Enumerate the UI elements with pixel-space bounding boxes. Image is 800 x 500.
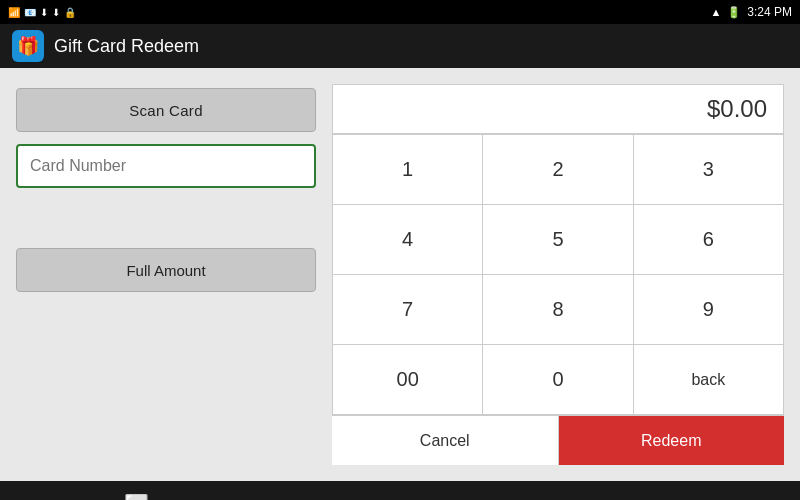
status-icons: 📶 📧 ⬇ ⬇ 🔒 xyxy=(8,7,76,18)
key-7[interactable]: 7 xyxy=(333,275,483,345)
right-panel: $0.00 1 2 3 4 5 6 7 8 9 00 0 back Cancel… xyxy=(332,84,784,465)
home-icon: ⌂ xyxy=(398,494,410,501)
back-nav-icon: ↩ xyxy=(659,493,676,500)
app-icon: 🎁 xyxy=(12,30,44,62)
bottom-nav: ⬜ ⌂ ↩ xyxy=(0,481,800,500)
title-bar: 🎁 Gift Card Redeem xyxy=(0,24,800,68)
wifi-icon: ▲ xyxy=(710,6,721,18)
action-row: Cancel Redeem xyxy=(332,415,784,465)
time-display: 3:24 PM xyxy=(747,5,792,19)
key-back[interactable]: back xyxy=(634,345,784,415)
card-number-input[interactable] xyxy=(16,144,316,188)
full-amount-button[interactable]: Full Amount xyxy=(16,248,316,292)
recent-apps-button[interactable]: ⬜ xyxy=(100,485,173,500)
key-0[interactable]: 0 xyxy=(483,345,633,415)
left-panel: Scan Card Full Amount xyxy=(16,84,316,465)
key-00[interactable]: 00 xyxy=(333,345,483,415)
key-6[interactable]: 6 xyxy=(634,205,784,275)
key-8[interactable]: 8 xyxy=(483,275,633,345)
battery-icon: 🔋 xyxy=(727,6,741,19)
key-2[interactable]: 2 xyxy=(483,135,633,205)
key-3[interactable]: 3 xyxy=(634,135,784,205)
amount-display: $0.00 xyxy=(332,84,784,134)
recent-apps-icon: ⬜ xyxy=(124,493,149,500)
status-bar: 📶 📧 ⬇ ⬇ 🔒 ▲ 🔋 3:24 PM xyxy=(0,0,800,24)
main-content: Scan Card Full Amount $0.00 1 2 3 4 5 6 … xyxy=(0,68,800,481)
back-button[interactable]: ↩ xyxy=(635,485,700,500)
amount-value: $0.00 xyxy=(707,95,767,123)
key-9[interactable]: 9 xyxy=(634,275,784,345)
scan-card-button[interactable]: Scan Card xyxy=(16,88,316,132)
cancel-button[interactable]: Cancel xyxy=(332,416,559,465)
key-1[interactable]: 1 xyxy=(333,135,483,205)
numpad: 1 2 3 4 5 6 7 8 9 00 0 back xyxy=(332,134,784,415)
status-right: ▲ 🔋 3:24 PM xyxy=(710,5,792,19)
key-5[interactable]: 5 xyxy=(483,205,633,275)
home-button[interactable]: ⌂ xyxy=(374,486,434,501)
key-4[interactable]: 4 xyxy=(333,205,483,275)
redeem-button[interactable]: Redeem xyxy=(559,416,785,465)
app-title: Gift Card Redeem xyxy=(54,36,199,57)
